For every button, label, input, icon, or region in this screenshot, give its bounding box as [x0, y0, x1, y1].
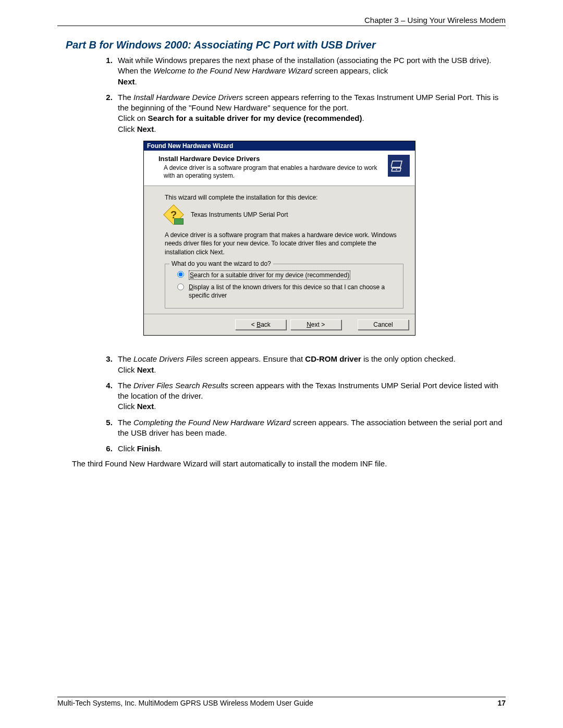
- text-bold: Next: [137, 402, 154, 411]
- text-ital: Driver Files Search Results: [133, 381, 228, 390]
- wizard-body: This wizard will complete the installati…: [144, 186, 415, 314]
- text-bold: Finish: [137, 444, 160, 453]
- text: The: [118, 381, 133, 390]
- step-1: Wait while Windows prepares the next pha…: [115, 55, 506, 87]
- step-5: The Completing the Found New Hardware Wi…: [115, 417, 506, 439]
- step-4: The Driver Files Search Results screen a…: [115, 380, 506, 412]
- text: .: [362, 114, 364, 122]
- text-bold: Search for a suitable driver for my devi…: [148, 114, 362, 122]
- opt1-accel: S: [190, 272, 194, 279]
- steps-list-cont: The Locate Drivers Files screen appears.…: [115, 354, 506, 454]
- page-footer: Multi-Tech Systems, Inc. MultiModem GPRS…: [57, 697, 506, 707]
- text: .: [154, 125, 156, 133]
- step-3: The Locate Drivers Files screen appears.…: [115, 354, 506, 375]
- text: Click on: [118, 114, 148, 122]
- text: .: [135, 77, 137, 86]
- radio-search[interactable]: [177, 271, 184, 278]
- text-bold: CD-ROM driver: [305, 354, 361, 363]
- footer-text: Multi-Tech Systems, Inc. MultiModem GPRS…: [57, 699, 313, 707]
- text-ital: Install Hardware Device Drivers: [133, 93, 243, 102]
- t: ext >: [311, 321, 325, 328]
- wizard-header: Install Hardware Device Drivers A device…: [144, 151, 415, 186]
- text: .: [154, 402, 156, 411]
- opt1-label: earch for a suitable driver for my devic…: [194, 272, 349, 279]
- wizard-titlebar: Found New Hardware Wizard: [144, 141, 415, 151]
- svg-point-2: [396, 169, 397, 170]
- svg-rect-0: [391, 161, 402, 167]
- wizard-group-legend: What do you want the wizard to do?: [169, 260, 273, 268]
- text: screen appears, click: [312, 66, 388, 75]
- wizard-explain: A device driver is a software program th…: [165, 231, 403, 256]
- t: N: [307, 321, 311, 328]
- wizard-device-name: Texas Instruments UMP Serial Port: [191, 211, 288, 219]
- wizard-header-title: Install Hardware Device Drivers: [158, 155, 383, 163]
- text: The: [118, 93, 133, 102]
- text: The: [118, 354, 133, 363]
- option-display-list[interactable]: Display a list of the known drivers for …: [175, 283, 398, 300]
- option-search-driver[interactable]: Search for a suitable driver for my devi…: [175, 270, 398, 280]
- text-ital: Welcome to the Found New Hardware Wizard: [153, 66, 312, 75]
- wizard-dialog: Found New Hardware Wizard Install Hardwa…: [143, 141, 415, 336]
- question-device-icon: ?: [165, 206, 182, 224]
- closing-paragraph: The third Found New Hardware Wizard will…: [72, 459, 506, 468]
- text: .: [154, 365, 156, 374]
- radio-display[interactable]: [177, 283, 184, 290]
- cancel-button[interactable]: Cancel: [358, 319, 409, 330]
- text: Click: [118, 125, 137, 133]
- back-button[interactable]: < Back: [235, 319, 286, 330]
- text: Click: [118, 444, 137, 453]
- page-number: 17: [497, 699, 506, 707]
- t: ack: [261, 321, 271, 328]
- text-ital: Locate Drivers Files: [133, 354, 203, 363]
- text: .: [160, 444, 162, 453]
- text-bold: Next: [118, 77, 135, 86]
- text-ital: Completing the Found New Hardware Wizard: [133, 418, 291, 427]
- opt2-accel: D: [189, 283, 193, 291]
- text-bold: Next: [137, 365, 154, 374]
- text-bold: Next: [137, 125, 154, 133]
- steps-list: Wait while Windows prepares the next pha…: [115, 55, 506, 134]
- text: Click: [118, 402, 137, 411]
- text: is the only option checked.: [361, 354, 456, 363]
- text: The: [118, 418, 133, 427]
- t: <: [251, 321, 256, 328]
- hardware-icon: [388, 155, 410, 177]
- opt2-label: isplay a list of the known drivers for t…: [189, 283, 385, 299]
- step-2: The Install Hardware Device Drivers scre…: [115, 92, 506, 134]
- page-header: Chapter 3 – Using Your Wireless Modem: [57, 16, 506, 26]
- wizard-intro: This wizard will complete the installati…: [165, 193, 403, 202]
- section-title: Part B for Windows 2000: Associating PC …: [66, 39, 506, 51]
- text: Click: [118, 365, 137, 374]
- wizard-footer: < Back Next > Cancel: [144, 314, 415, 335]
- t: B: [256, 321, 261, 328]
- step-6: Click Finish.: [115, 443, 506, 454]
- next-button[interactable]: Next >: [290, 319, 341, 330]
- text: screen appears. Ensure that: [203, 354, 305, 363]
- wizard-header-subtitle: A device driver is a software program th…: [164, 164, 383, 180]
